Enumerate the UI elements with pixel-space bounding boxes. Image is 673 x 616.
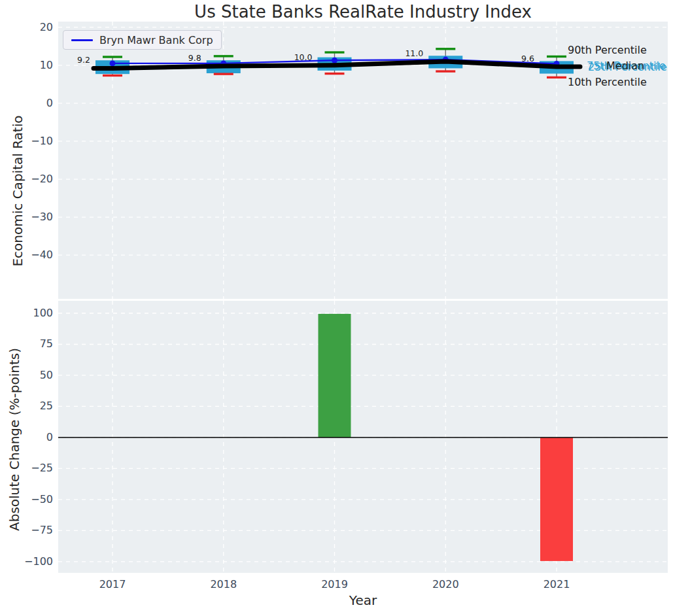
legend-box: Bryn Mawr Bank Corp xyxy=(63,30,222,50)
bottom-axes-background xyxy=(58,301,668,573)
xtick-2018: 2018 xyxy=(198,578,250,591)
top-ytick-10: 10 xyxy=(0,59,53,72)
xtick-2017: 2017 xyxy=(86,578,139,591)
legend-label: Bryn Mawr Bank Corp xyxy=(99,34,213,46)
top-ytick--10: −10 xyxy=(0,135,53,148)
top-ytick--20: −20 xyxy=(0,173,53,186)
bottom-ytick-100: 100 xyxy=(0,307,53,320)
bottom-ytick-0: 0 xyxy=(0,431,53,444)
xtick-2020: 2020 xyxy=(419,578,472,591)
median-value-label: 11.0 xyxy=(405,48,423,58)
bottom-ytick-50: 50 xyxy=(0,369,53,382)
x-axis-label: Year xyxy=(298,592,428,608)
median-value-label: 9.6 xyxy=(521,54,534,63)
median-value-label: 9.8 xyxy=(188,53,201,63)
top-ytick--30: −30 xyxy=(0,211,53,224)
bar-2019 xyxy=(319,314,351,437)
company-point-2019 xyxy=(332,58,337,63)
top-ytick--40: −40 xyxy=(0,248,53,262)
bottom-ytick--100: −100 xyxy=(0,555,53,568)
bottom-ytick--25: −25 xyxy=(0,462,53,475)
company-point-2017 xyxy=(110,60,116,66)
bottom-ytick-25: 25 xyxy=(0,400,53,413)
bottom-ytick--75: −75 xyxy=(0,524,53,537)
bottom-ytick--50: −50 xyxy=(0,493,53,506)
legend-line-sample xyxy=(71,39,93,41)
figure-canvas: Us State Banks RealRate Industry Index E… xyxy=(0,0,673,616)
chart-title: Us State Banks RealRate Industry Index xyxy=(58,1,668,22)
median-value-label: 10.0 xyxy=(294,52,313,62)
top-ytick-0: 0 xyxy=(0,97,53,110)
bar-2021 xyxy=(540,437,573,561)
xtick-2021: 2021 xyxy=(530,578,583,591)
xtick-2019: 2019 xyxy=(309,578,361,591)
annotation-90th-percentile: 90th Percentile xyxy=(568,44,647,56)
top-ytick-20: 20 xyxy=(0,21,53,34)
annotation-median: Median xyxy=(606,60,644,72)
bottom-axes xyxy=(58,301,668,573)
median-value-label: 9.2 xyxy=(77,55,90,65)
bottom-ytick-75: 75 xyxy=(0,337,53,351)
top-axes: 9.29.810.011.09.6 xyxy=(58,22,668,299)
annotation-10th-percentile: 10th Percentile xyxy=(568,76,647,88)
